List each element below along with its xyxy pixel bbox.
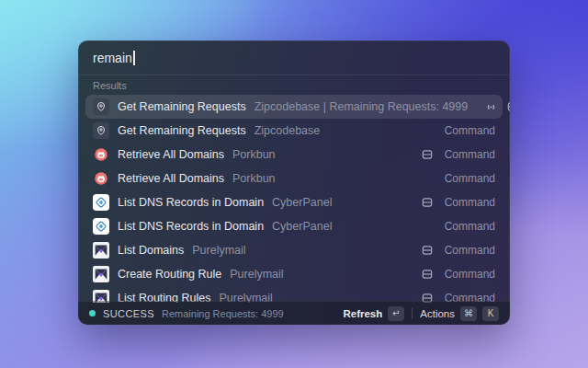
- item-subtitle: CyberPanel: [272, 196, 332, 209]
- card-icon: [421, 268, 434, 281]
- item-title: Create Routing Rule: [118, 268, 221, 281]
- footer-divider: [412, 308, 413, 319]
- porkbun-icon: [93, 170, 109, 187]
- card-icon: [421, 148, 434, 161]
- refresh-label: Refresh: [343, 308, 382, 319]
- item-subtitle: Porkbun: [232, 172, 276, 185]
- item-type: Command: [445, 220, 495, 233]
- card-icon: [421, 244, 434, 257]
- item-title: Get Remaining Requests: [118, 124, 246, 137]
- item-title: Get Remaining Requests: [118, 100, 246, 113]
- k-key-icon: K: [482, 306, 499, 321]
- item-subtitle: Purelymail: [230, 268, 283, 281]
- actions-label: Actions: [420, 308, 455, 319]
- status-label: SUCCESS: [103, 308, 154, 319]
- item-title: List Domains: [118, 244, 184, 257]
- item-subtitle: Porkbun: [232, 148, 276, 161]
- results-list: Get Remaining Requests Zipcodebase | Rem…: [78, 95, 510, 303]
- item-title: List DNS Records in Domain: [118, 220, 264, 233]
- purelymail-icon: [93, 242, 109, 259]
- item-subtitle: Zipcodebase: [254, 124, 321, 137]
- broadcast-icon: [484, 100, 498, 114]
- zipcodebase-icon: [93, 122, 109, 139]
- zipcodebase-icon: [93, 98, 109, 115]
- purelymail-icon: [93, 266, 109, 282]
- list-item[interactable]: List DNS Records in Domain CyberPanel Co…: [85, 190, 503, 214]
- item-type: Command: [445, 196, 495, 209]
- status-dot: [89, 310, 96, 316]
- search-value: remain: [93, 51, 132, 65]
- item-title: Retrieve All Domains: [118, 148, 224, 161]
- search-input[interactable]: remain: [78, 40, 510, 75]
- list-item[interactable]: List Domains Purelymail Command: [85, 238, 503, 262]
- list-item[interactable]: Retrieve All Domains Porkbun Command: [85, 143, 503, 167]
- item-type: Command: [445, 172, 495, 185]
- list-item[interactable]: Retrieve All Domains Porkbun Command: [85, 167, 503, 190]
- card-icon: [506, 100, 510, 113]
- command-palette-window: remain Results Get Remaining Requests Zi…: [78, 40, 510, 325]
- cyberpanel-icon: [93, 194, 109, 211]
- item-type: Command: [445, 268, 495, 281]
- item-type: Command: [445, 124, 495, 137]
- porkbun-icon: [93, 146, 109, 163]
- desktop: { "window": { "search": { "value": "rema…: [0, 0, 588, 368]
- item-subtitle: Zipcodebase | Remaining Requests: 4999: [254, 100, 469, 113]
- item-subtitle: CyberPanel: [272, 220, 332, 233]
- text-cursor: [133, 51, 135, 65]
- cyberpanel-icon: [93, 218, 109, 235]
- status-bar: SUCCESS Remaining Requests: 4999 Refresh…: [78, 301, 510, 325]
- command-key-icon: ⌘: [460, 306, 477, 321]
- results-section-header: Results: [78, 75, 510, 95]
- card-icon: [421, 196, 434, 209]
- list-item[interactable]: Create Routing Rule Purelymail Command: [85, 262, 503, 286]
- item-title: Retrieve All Domains: [118, 172, 224, 185]
- status-detail: Remaining Requests: 4999: [162, 308, 284, 319]
- list-item[interactable]: Get Remaining Requests Zipcodebase | Rem…: [85, 95, 503, 119]
- item-type: Command: [445, 148, 495, 161]
- item-type: Command: [445, 244, 495, 257]
- refresh-button[interactable]: Refresh ↵: [343, 306, 404, 321]
- item-subtitle: Purelymail: [192, 244, 245, 257]
- return-key-icon: ↵: [388, 306, 404, 321]
- list-item[interactable]: List DNS Records in Domain CyberPanel Co…: [85, 214, 503, 238]
- actions-button[interactable]: Actions ⌘ K: [420, 306, 499, 321]
- list-item[interactable]: Get Remaining Requests Zipcodebase Comma…: [85, 119, 503, 143]
- item-title: List DNS Records in Domain: [118, 196, 264, 209]
